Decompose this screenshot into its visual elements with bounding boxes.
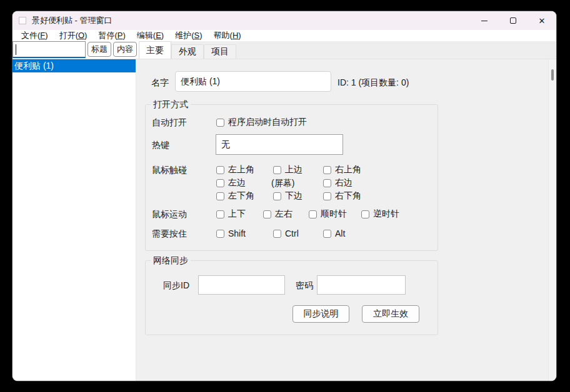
main-panel: 名字 便利贴 (1) ID: 1 (项目数量: 0) 打开方式 自动打开 程序启…	[136, 59, 548, 381]
modifier-label: 需要按住	[152, 228, 187, 240]
mouse-touch-label: 鼠标触碰	[152, 165, 187, 176]
checkbox-ctrl[interactable]: Ctrl	[273, 228, 299, 238]
checkbox-icon	[216, 179, 224, 187]
search-input[interactable]	[12, 41, 86, 58]
menu-pause[interactable]: 暂停(P)	[92, 30, 131, 41]
window-controls: ✕	[470, 11, 556, 30]
app-window: 景好便利贴 - 管理窗口 ✕ 文件(F) 打开(O) 暂停(P) 编辑(E) 维…	[12, 11, 556, 381]
search-title-button[interactable]: 标题	[88, 42, 111, 57]
window-title: 景好便利贴 - 管理窗口	[32, 15, 112, 26]
password-field[interactable]	[317, 275, 406, 295]
checkbox-icon	[323, 230, 331, 238]
hotkey-label: 热键	[152, 140, 169, 151]
network-sync-group-title: 网络同步	[151, 255, 191, 267]
password-label: 密码	[296, 280, 313, 292]
tab-appearance[interactable]: 外观	[171, 44, 204, 59]
checkbox-icon	[216, 166, 224, 174]
screen-center-text: (屏幕)	[271, 178, 294, 189]
checkbox-bottom-edge[interactable]: 下边	[273, 191, 302, 201]
checkbox-icon	[323, 166, 331, 174]
checkbox-icon	[323, 192, 331, 200]
apply-now-button[interactable]: 立即生效	[362, 305, 419, 323]
hotkey-field[interactable]: 无	[216, 134, 343, 155]
checkbox-top-left[interactable]: 左上角	[216, 165, 254, 175]
checkbox-top-right[interactable]: 右上角	[323, 165, 361, 175]
open-mode-group: 打开方式 自动打开 程序启动时自动打开 热键 无 鼠标触碰 左上角 上边 右上角…	[145, 104, 438, 251]
checkbox-icon	[273, 192, 281, 200]
tab-main[interactable]: 主要	[139, 41, 171, 59]
checkbox-alt[interactable]: Alt	[323, 228, 345, 238]
checkbox-motion-clockwise[interactable]: 顺时针	[309, 209, 347, 219]
checkbox-icon	[323, 179, 331, 187]
hotkey-field-value: 无	[221, 139, 230, 150]
close-icon: ✕	[539, 17, 546, 25]
tab-strip: 主要 外观 项目	[139, 41, 556, 59]
checkbox-shift[interactable]: Shift	[216, 228, 246, 238]
checkbox-icon	[216, 230, 224, 238]
checkbox-icon	[273, 166, 281, 174]
mouse-motion-label: 鼠标运动	[152, 209, 187, 220]
toolbar: 标题 内容 主要 外观 项目	[12, 41, 556, 59]
checkbox-icon	[361, 210, 369, 218]
auto-open-label: 自动打开	[152, 117, 187, 129]
maximize-icon	[510, 17, 516, 24]
checkbox-motion-leftright[interactable]: 左右	[263, 209, 292, 219]
checkbox-icon	[216, 119, 224, 127]
sync-help-button[interactable]: 同步说明	[292, 305, 349, 323]
open-mode-group-title: 打开方式	[151, 99, 191, 110]
minimize-button[interactable]	[470, 11, 499, 30]
menu-help[interactable]: 帮助(H)	[208, 30, 247, 41]
tab-items[interactable]: 项目	[204, 44, 236, 59]
list-item[interactable]: 便利贴 (1)	[12, 59, 136, 72]
checkbox-auto-open[interactable]: 程序启动时自动打开	[216, 117, 307, 127]
menubar: 文件(F) 打开(O) 暂停(P) 编辑(E) 维护(S) 帮助(H)	[12, 30, 556, 41]
sync-id-label: 同步ID	[163, 280, 189, 292]
checkbox-left-edge[interactable]: 左边	[216, 178, 246, 188]
sync-id-field[interactable]	[198, 275, 285, 295]
checkbox-icon	[216, 210, 224, 218]
checkbox-icon	[263, 210, 271, 218]
checkbox-right-edge[interactable]: 右边	[323, 178, 352, 188]
checkbox-icon	[216, 192, 224, 200]
close-button[interactable]: ✕	[528, 11, 556, 30]
checkbox-icon	[273, 230, 281, 238]
scrollbar-thumb[interactable]	[551, 69, 554, 81]
checkbox-icon	[309, 210, 317, 218]
scrollbar-track[interactable]	[548, 59, 556, 381]
name-field[interactable]: 便利贴 (1)	[175, 71, 331, 92]
menu-file[interactable]: 文件(F)	[16, 30, 54, 41]
text-caret	[16, 44, 16, 55]
name-field-value: 便利贴 (1)	[181, 76, 220, 87]
id-text: ID: 1 (项目数量: 0)	[338, 77, 409, 89]
menu-open[interactable]: 打开(O)	[54, 30, 93, 41]
checkbox-top-edge[interactable]: 上边	[273, 165, 302, 175]
titlebar: 景好便利贴 - 管理窗口 ✕	[12, 11, 556, 30]
network-sync-group: 网络同步 同步ID 密码 同步说明 立即生效	[145, 260, 438, 335]
checkbox-bottom-right[interactable]: 右下角	[323, 191, 361, 201]
maximize-button[interactable]	[499, 11, 528, 30]
menu-edit[interactable]: 编辑(E)	[131, 30, 169, 41]
app-icon	[19, 17, 26, 24]
checkbox-motion-updown[interactable]: 上下	[216, 209, 246, 219]
name-label: 名字	[151, 77, 169, 89]
checkbox-bottom-left[interactable]: 左下角	[216, 191, 254, 201]
checkbox-motion-counterclockwise[interactable]: 逆时针	[361, 209, 399, 219]
notes-list: 便利贴 (1)	[12, 59, 136, 381]
menu-maintain[interactable]: 维护(S)	[169, 30, 208, 41]
minimize-icon	[481, 21, 488, 21]
search-content-button[interactable]: 内容	[113, 42, 137, 57]
content-area: 便利贴 (1) 名字 便利贴 (1) ID: 1 (项目数量: 0) 打开方式 …	[12, 59, 556, 381]
